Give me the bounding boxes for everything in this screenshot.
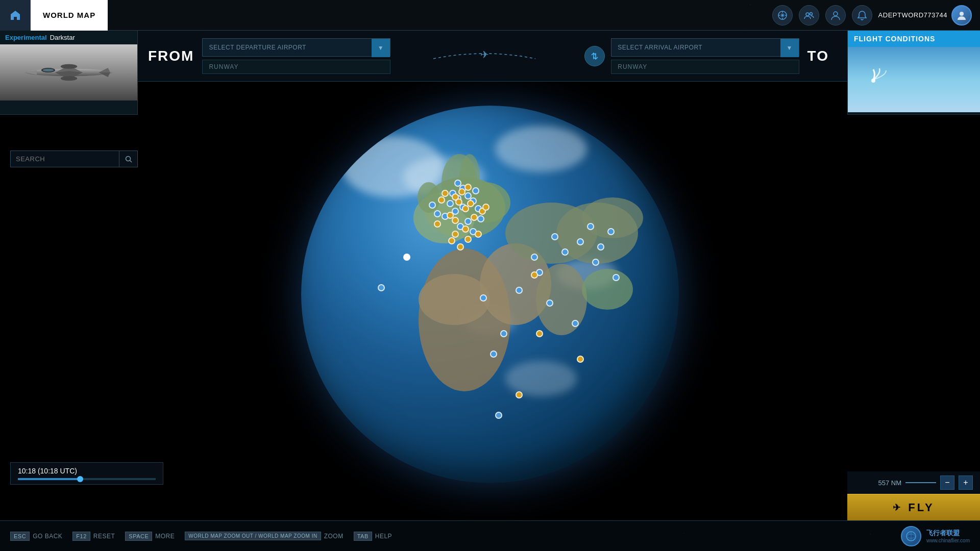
airport-pin-gold[interactable] xyxy=(577,356,584,363)
svg-line-15 xyxy=(130,160,132,162)
community-button[interactable] xyxy=(799,5,819,26)
hotkey-space-label: MORE xyxy=(155,533,175,540)
airport-pin-gold[interactable] xyxy=(467,200,474,207)
airport-pin[interactable] xyxy=(429,202,436,209)
airport-pin-gold[interactable] xyxy=(471,214,478,221)
svg-point-31 xyxy=(60,76,77,81)
logo-icon xyxy=(901,526,921,546)
airport-pin[interactable] xyxy=(597,243,604,251)
arrival-airport-select[interactable]: SELECT ARRIVAL AIRPORT ▼ xyxy=(611,38,799,57)
airport-pin[interactable] xyxy=(447,200,454,207)
airport-pin-gold[interactable] xyxy=(482,204,489,211)
fly-button[interactable]: ✈ FLY xyxy=(847,494,980,520)
swap-airports-button[interactable] xyxy=(584,46,605,66)
hotkey-tab-badge: TAB xyxy=(354,532,372,541)
arrival-dropdown-arrow[interactable]: ▼ xyxy=(780,39,799,57)
hotkey-esc-label: GO BACK xyxy=(33,533,62,540)
airport-pin[interactable] xyxy=(495,412,502,419)
airport-pin-gold[interactable] xyxy=(462,226,469,233)
logo-line2: www.chinaflier.com xyxy=(926,538,970,543)
airport-pin[interactable] xyxy=(531,254,538,261)
airport-pin-gold[interactable] xyxy=(438,196,445,204)
hotkey-esc-badge: ESC xyxy=(10,532,30,541)
logo-line1: 飞行者联盟 xyxy=(926,529,970,538)
airport-pin-gold[interactable] xyxy=(464,184,472,191)
airport-pin-gold[interactable] xyxy=(457,243,464,251)
profile-button[interactable] xyxy=(825,5,846,26)
airport-pin[interactable] xyxy=(480,294,487,302)
time-display: 10:18 (10:18 UTC) xyxy=(18,467,156,475)
airport-pin[interactable] xyxy=(472,187,479,194)
airport-pin[interactable] xyxy=(490,350,497,358)
departure-dropdown-arrow[interactable]: ▼ xyxy=(372,39,390,57)
airport-pin[interactable] xyxy=(577,238,584,245)
airport-pin-gold[interactable] xyxy=(452,193,459,201)
hotkey-go-back: ESC GO BACK xyxy=(10,532,62,541)
svg-point-32 xyxy=(871,79,875,83)
achievements-button[interactable] xyxy=(772,5,793,26)
airport-pin-gold[interactable] xyxy=(516,391,523,398)
airport-pin-gold[interactable] xyxy=(531,271,538,279)
time-panel: 10:18 (10:18 UTC) xyxy=(10,462,163,485)
bottom-bar: ESC GO BACK F12 RESET SPACE MORE WORLD M… xyxy=(0,520,980,551)
flight-conditions-body[interactable] xyxy=(848,47,980,112)
airport-pin-gold[interactable] xyxy=(452,231,459,238)
svg-point-24 xyxy=(810,12,812,15)
airport-pin[interactable] xyxy=(454,180,461,187)
airport-pin[interactable] xyxy=(572,320,579,327)
airport-pin[interactable] xyxy=(464,192,472,199)
airport-pin-gold[interactable] xyxy=(464,236,472,243)
departure-runway-field: RUNWAY xyxy=(202,60,390,74)
airport-pin[interactable] xyxy=(477,215,484,222)
airport-pin[interactable] xyxy=(587,223,594,230)
zoom-in-button[interactable]: + xyxy=(959,475,973,490)
world-map[interactable]: 10:18 (10:18 UTC) xyxy=(0,31,980,520)
home-button[interactable] xyxy=(0,0,31,31)
time-slider[interactable] xyxy=(18,478,156,480)
notifications-button[interactable] xyxy=(852,5,872,26)
departure-airport-select[interactable]: SELECT DEPARTURE AIRPORT ▼ xyxy=(202,38,390,57)
to-label: TO xyxy=(807,48,829,64)
arrival-runway-label: RUNWAY xyxy=(618,63,647,70)
zoom-out-button[interactable]: − xyxy=(940,475,954,490)
airport-pin-gold[interactable] xyxy=(442,190,449,197)
logo-text: 飞行者联盟 www.chinaflier.com xyxy=(926,529,970,543)
search-button[interactable] xyxy=(119,151,137,167)
airport-pin[interactable] xyxy=(607,228,615,235)
hotkey-zoom: WORLD MAP ZOOM OUT / WORLD MAP ZOOM IN Z… xyxy=(185,532,343,540)
airport-pin-gold[interactable] xyxy=(536,330,543,337)
airport-pin[interactable] xyxy=(612,274,620,281)
airport-pin-white[interactable] xyxy=(403,254,410,261)
world-map-tab[interactable]: WORLD MAP xyxy=(31,0,108,31)
airport-pin[interactable] xyxy=(434,210,441,217)
airport-pin[interactable] xyxy=(378,284,385,291)
hotkey-help: TAB HELP xyxy=(354,532,392,541)
distance-line xyxy=(905,482,936,483)
airport-pin[interactable] xyxy=(551,233,558,240)
flight-path: ✈ xyxy=(390,48,578,64)
airport-pin[interactable] xyxy=(561,248,569,256)
airport-pin[interactable] xyxy=(516,287,523,294)
svg-point-29 xyxy=(42,69,54,71)
fly-panel: 557 NM − + ✈ FLY xyxy=(847,471,980,520)
airport-pin-gold[interactable] xyxy=(475,231,482,238)
svg-point-26 xyxy=(960,12,964,16)
svg-point-18 xyxy=(781,14,783,16)
earth-globe xyxy=(301,106,679,483)
aircraft-experimental-tag: Experimental xyxy=(5,34,47,41)
search-input[interactable] xyxy=(11,151,119,167)
airport-pin[interactable] xyxy=(546,299,553,307)
svg-point-9 xyxy=(536,264,587,335)
hotkey-f12-badge: F12 xyxy=(72,532,90,541)
airport-pin-gold[interactable] xyxy=(452,217,459,224)
arrival-area: SELECT ARRIVAL AIRPORT ▼ RUNWAY xyxy=(611,38,799,74)
username-area[interactable]: ADEPTWORD773744 xyxy=(878,5,972,26)
airport-pin[interactable] xyxy=(592,259,599,266)
flight-conditions-panel: FLIGHT CONDITIONS xyxy=(847,31,980,115)
search-container xyxy=(10,151,138,167)
airport-pin-gold[interactable] xyxy=(458,188,465,195)
airport-pin[interactable] xyxy=(500,330,507,337)
airport-pin-gold[interactable] xyxy=(448,237,455,244)
airport-pin-gold[interactable] xyxy=(434,220,441,228)
fly-icon: ✈ xyxy=(893,502,902,513)
